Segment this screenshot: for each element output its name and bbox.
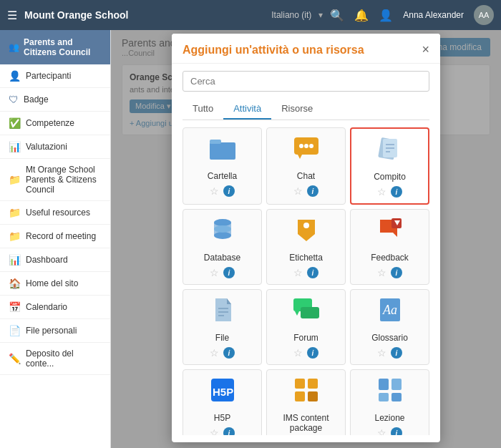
chat-info[interactable]: i	[307, 185, 318, 197]
user-menu-icon[interactable]: 👤	[379, 9, 393, 22]
sidebar-header: 👥 Parents and Citizens Council	[0, 30, 110, 64]
database-star[interactable]: ☆	[210, 267, 219, 278]
search-icon[interactable]: 🔍	[330, 9, 344, 22]
site-title: Mount Orange School	[24, 9, 264, 21]
lezione-info[interactable]: i	[391, 427, 402, 435]
sidebar-item-dashboard[interactable]: 📊 Dashboard	[0, 248, 110, 272]
h5p-info[interactable]: i	[223, 427, 235, 435]
sidebar-item-mt-orange[interactable]: 📁 Mt Orange School Parents & Citizens Co…	[0, 159, 110, 201]
user-name[interactable]: Anna Alexander	[403, 10, 464, 20]
glossario-star[interactable]: ☆	[377, 347, 386, 359]
sidebar-item-file-personali[interactable]: 📄 File personali	[0, 319, 110, 343]
h5p-star[interactable]: ☆	[210, 427, 219, 435]
cartella-info[interactable]: i	[223, 185, 235, 197]
search-input[interactable]	[183, 71, 429, 92]
sidebar-item-deposito[interactable]: ✏️ Deposito del conte...	[0, 343, 110, 375]
database-info[interactable]: i	[223, 267, 235, 278]
modal-header: Aggiungi un'attività o una risorsa ×	[172, 34, 440, 64]
compito-info[interactable]: i	[391, 186, 402, 198]
glossario-icon: Aa	[376, 297, 404, 327]
modal-body: Tutto Attività Risorse	[172, 64, 440, 442]
file-star[interactable]: ☆	[210, 347, 219, 359]
svg-rect-30	[308, 379, 318, 389]
sidebar-item-valutazioni[interactable]: 📊 Valutazioni	[0, 135, 110, 159]
sidebar-item-calendario[interactable]: 📅 Calendario	[0, 296, 110, 319]
tab-attivita[interactable]: Attività	[223, 99, 271, 120]
h5p-label: H5P	[214, 413, 230, 423]
database-label: Database	[204, 253, 240, 263]
items-grid: Cartella ☆ i	[183, 127, 429, 435]
file-actions: ☆ i	[210, 347, 235, 359]
sidebar: 👥 Parents and Citizens Council 👤 Parteci…	[0, 30, 111, 448]
chat-star[interactable]: ☆	[293, 185, 303, 197]
modal-close-button[interactable]: ×	[422, 42, 429, 57]
svg-marker-24	[295, 311, 299, 316]
tab-tutto[interactable]: Tutto	[183, 99, 223, 120]
feedback-info[interactable]: i	[391, 267, 402, 278]
grid-item-feedback[interactable]: Feedback ☆ i	[350, 209, 429, 285]
language-selector[interactable]: Italiano (it)	[271, 10, 311, 20]
modal-overlay: Aggiungi un'attività o una risorsa × Tut…	[111, 30, 501, 448]
svg-point-3	[299, 144, 303, 148]
svg-rect-36	[391, 393, 402, 401]
svg-marker-6	[298, 155, 302, 159]
grid-item-file[interactable]: File ☆ i	[183, 289, 262, 365]
grid-item-ims[interactable]: IMS content package ☆ i	[266, 369, 346, 435]
avatar[interactable]: AA	[474, 5, 494, 25]
grid-item-etichetta[interactable]: Etichetta ☆ i	[266, 209, 346, 285]
cartella-icon	[208, 135, 237, 165]
modal-dialog: Aggiungi un'attività o una risorsa × Tut…	[172, 34, 440, 442]
etichetta-info[interactable]: i	[307, 267, 318, 278]
lezione-icon	[376, 377, 404, 407]
notification-icon[interactable]: 🔔	[354, 9, 369, 22]
forum-star[interactable]: ☆	[293, 347, 303, 359]
grid-item-database[interactable]: Database ☆ i	[183, 209, 262, 285]
sidebar-item-partecipanti[interactable]: 👤 Partecipanti	[0, 64, 110, 88]
sidebar-item-home-sito[interactable]: 🏠 Home del sito	[0, 272, 110, 296]
grid-item-lezione[interactable]: Lezione ☆ i	[350, 369, 429, 435]
cartella-star[interactable]: ☆	[210, 185, 219, 197]
file-label: File	[215, 333, 229, 343]
tab-risorse[interactable]: Risorse	[271, 99, 323, 120]
feedback-star[interactable]: ☆	[377, 267, 386, 278]
useful-resources-icon: 📁	[9, 207, 21, 218]
sidebar-header-icon: 👥	[9, 42, 19, 52]
svg-rect-29	[295, 379, 305, 389]
forum-actions: ☆ i	[293, 347, 318, 359]
svg-rect-34	[391, 379, 402, 390]
etichetta-star[interactable]: ☆	[293, 267, 303, 278]
sidebar-label-mt-orange: Mt Orange School Parents & Citizens Coun…	[26, 165, 102, 195]
chat-actions: ☆ i	[293, 185, 318, 197]
forum-info[interactable]: i	[307, 347, 318, 359]
lang-dropdown-icon[interactable]: ▾	[318, 10, 323, 20]
chat-label: Chat	[297, 171, 315, 181]
sidebar-item-useful-resources[interactable]: 📁 Useful resources	[0, 201, 110, 225]
grid-item-cartella[interactable]: Cartella ☆ i	[183, 127, 262, 205]
glossario-label: Glossario	[371, 333, 408, 343]
hamburger-icon[interactable]: ☰	[7, 9, 17, 22]
compito-star[interactable]: ☆	[377, 186, 386, 198]
competenze-icon: ✅	[9, 117, 21, 129]
sidebar-item-record-meeting[interactable]: 📁 Record of meeting	[0, 225, 110, 248]
ims-icon	[292, 377, 321, 407]
glossario-info[interactable]: i	[391, 347, 402, 359]
grid-item-chat[interactable]: Chat ☆ i	[266, 127, 346, 205]
svg-rect-1	[210, 140, 221, 144]
grid-item-h5p[interactable]: H5P H5P ☆ i	[183, 369, 262, 435]
lezione-actions: ☆ i	[377, 427, 402, 435]
sidebar-label-valutazioni: Valutazioni	[26, 142, 67, 152]
sidebar-label-file-personali: File personali	[26, 326, 77, 336]
grid-item-forum[interactable]: Forum ☆ i	[266, 289, 346, 365]
feedback-label: Feedback	[371, 253, 409, 263]
compito-label: Compito	[374, 172, 406, 182]
content-area: Parents and Citizens Council ...Council …	[111, 30, 501, 448]
modal-tabs: Tutto Attività Risorse	[183, 99, 429, 120]
grid-item-glossario[interactable]: Aa Glossario ☆ i	[350, 289, 429, 365]
lezione-star[interactable]: ☆	[377, 427, 386, 435]
grid-item-compito[interactable]: Compito ☆ i	[350, 127, 429, 205]
sidebar-item-competenze[interactable]: ✅ Competenze	[0, 112, 110, 135]
file-icon	[208, 297, 237, 327]
sidebar-item-badge[interactable]: 🛡 Badge	[0, 88, 110, 112]
chat-icon	[292, 135, 321, 165]
file-info[interactable]: i	[223, 347, 235, 359]
